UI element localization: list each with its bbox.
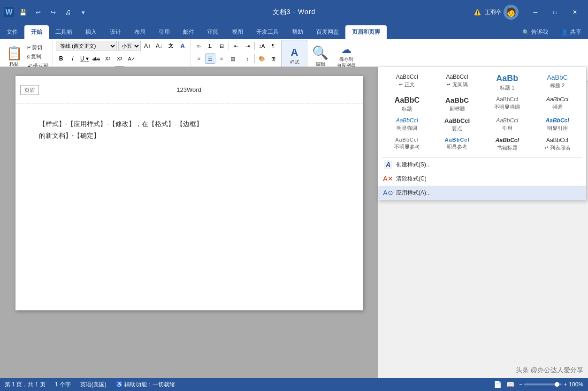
text-effect-btn[interactable]: A↗ <box>126 53 137 64</box>
tab-view[interactable]: 视图 <box>225 25 250 39</box>
cut-button[interactable]: ✂ 剪切 <box>25 44 50 52</box>
style-h1-name: 标题 1 <box>500 84 514 91</box>
share-btn[interactable]: 👤共享 <box>555 25 588 39</box>
style-title[interactable]: AaBbC 标题 <box>382 93 432 114</box>
page-container: 页眉 123Word 【样式】-【应用样式】-【修改】，在【格式】-【边框】 的… <box>15 76 363 310</box>
style-emphasis[interactable]: AaBbCcI 强调 <box>532 93 582 114</box>
font-name-select[interactable]: 等线 (西文正文) <box>56 41 117 51</box>
tab-tools[interactable]: 工具箱 <box>49 25 79 39</box>
undo-btn[interactable]: ↩ <box>32 6 44 18</box>
accessibility-icon: ♿ <box>116 381 123 388</box>
user-avatar: 🧑 <box>504 5 519 20</box>
multilevel-list-btn[interactable]: ⊟ <box>216 41 227 51</box>
font-size-select[interactable]: 小五 <box>118 41 141 51</box>
sort-btn[interactable]: ↕A <box>257 41 267 51</box>
increase-font-btn[interactable]: A↑ <box>142 41 153 51</box>
align-right-btn[interactable]: ≡ <box>216 53 227 64</box>
apply-styles-action[interactable]: A⊙ 应用样式(A)... <box>378 186 586 200</box>
create-style-action[interactable]: A 创建样式(S)... <box>378 158 586 172</box>
zoom-slider[interactable] <box>524 383 562 385</box>
line-spacing-btn[interactable]: ↕ <box>242 53 252 64</box>
shading-btn[interactable]: 🎨 <box>257 53 267 64</box>
numbered-list-btn[interactable]: 1. <box>205 41 215 51</box>
minimize-btn[interactable]: ─ <box>526 5 545 19</box>
more-btn[interactable]: ▾ <box>77 6 89 18</box>
style-no-spacing-name: ↵ 无间隔 <box>447 81 468 88</box>
tab-layout[interactable]: 布局 <box>128 25 152 39</box>
underline-button[interactable]: U ▾ <box>79 53 90 64</box>
style-list-para-name: ↵ 列表段落 <box>544 144 571 151</box>
style-subtle-ref[interactable]: AaBbCcI 不明显参考 <box>382 134 432 153</box>
tab-design[interactable]: 设计 <box>103 25 128 39</box>
wen-btn[interactable]: 文 <box>166 41 176 51</box>
justify-btn[interactable]: ▤ <box>228 53 238 64</box>
copy-icon: ⎘ <box>27 54 30 60</box>
subscript-button[interactable]: X2 <box>103 53 113 64</box>
zoom-in-btn[interactable]: + <box>564 381 567 388</box>
tab-insert[interactable]: 插入 <box>79 25 103 39</box>
style-book-title[interactable]: AaBbCcI 书籍标题 <box>482 134 533 153</box>
tab-header-footer[interactable]: 页眉和页脚 <box>345 25 387 39</box>
view-normal-btn[interactable]: 📄 <box>494 381 502 388</box>
tab-file[interactable]: 文件 <box>0 25 24 39</box>
style-subtle-em-name: 不明显强调 <box>494 104 520 111</box>
bullet-list-btn[interactable]: ≡· <box>194 41 204 51</box>
style-h1[interactable]: AaBb 标题 1 <box>482 71 533 93</box>
styles-label: 样式 <box>290 60 299 65</box>
view-read-btn[interactable]: 📖 <box>506 381 514 388</box>
page-body[interactable]: 【样式】-【应用样式】-【修改】，在【格式】-【边框】 的新文档】-【确定】 <box>15 104 363 156</box>
style-subtitle[interactable]: AaBbC 副标题 <box>432 93 482 114</box>
style-intense-ref[interactable]: AaBbCcI 明显参考 <box>432 134 482 153</box>
style-subtitle-name: 副标题 <box>450 105 465 112</box>
bold-button[interactable]: B <box>56 53 66 64</box>
style-quote[interactable]: AaBbCcI 引用 <box>482 114 533 134</box>
title-bar-right: ⚠️ 王羽卒 🧑 ─ □ ✕ <box>439 5 584 20</box>
tab-review[interactable]: 审阅 <box>201 25 225 39</box>
word-icon: W <box>4 7 14 17</box>
show-marks-btn[interactable]: ¶ <box>268 41 278 51</box>
style-h2[interactable]: AaBbC 标题 2 <box>532 71 582 93</box>
style-intense-em[interactable]: AaBbCcI 明显强调 <box>382 114 432 134</box>
user-area[interactable]: 王羽卒 🧑 <box>485 5 519 20</box>
redo-btn[interactable]: ↪ <box>47 6 59 18</box>
style-strong[interactable]: AaBbCcI 要点 <box>432 114 482 134</box>
tab-help[interactable]: 帮助 <box>285 25 310 39</box>
tab-mail[interactable]: 邮件 <box>176 25 201 39</box>
font-A-btn[interactable]: A <box>177 41 188 51</box>
tab-baidu[interactable]: 百度网盘 <box>310 25 345 39</box>
increase-indent-btn[interactable]: ⇥ <box>242 41 252 51</box>
style-intense-quote[interactable]: AaBbCcI 明显引用 <box>532 114 582 134</box>
decrease-font-btn[interactable]: A↓ <box>154 41 164 51</box>
style-subtle-em[interactable]: AaBbCcI 不明显强调 <box>482 93 533 114</box>
decrease-indent-btn[interactable]: ⇤ <box>231 41 241 51</box>
tab-references[interactable]: 引用 <box>152 25 176 39</box>
align-center-btn[interactable]: ☰ <box>205 53 215 64</box>
copy-button[interactable]: ⎘ 复制 <box>25 53 50 60</box>
style-emphasis-preview: AaBbCcI <box>546 96 568 103</box>
align-left-btn[interactable]: ≡ <box>194 53 204 64</box>
style-intense-quote-preview: AaBbCcI <box>546 117 569 124</box>
document-text[interactable]: 【样式】-【应用样式】-【修改】，在【格式】-【边框】 的新文档】-【确定】 <box>39 118 339 142</box>
style-no-spacing-preview: AaBbCcI <box>446 74 468 80</box>
style-normal-name: ↵ 正文 <box>399 81 415 88</box>
tab-developer[interactable]: 开发工具 <box>250 25 285 39</box>
italic-button[interactable]: I <box>68 53 78 64</box>
style-list-para[interactable]: AaBbCcI ↵ 列表段落 <box>532 134 582 153</box>
border-btn[interactable]: ⊞ <box>268 53 278 64</box>
print-btn[interactable]: 🖨 <box>62 6 74 18</box>
tab-home[interactable]: 开始 <box>24 25 49 39</box>
superscript-button[interactable]: X2 <box>115 53 125 64</box>
tell-me-btn[interactable]: 🔍告诉我 <box>516 25 555 39</box>
close-btn[interactable]: ✕ <box>565 5 584 19</box>
strikethrough-button[interactable]: abc <box>91 53 101 64</box>
header-label: 页眉 <box>20 85 39 95</box>
username: 王羽卒 <box>485 8 502 16</box>
zoom-out-btn[interactable]: − <box>519 381 522 388</box>
save-quick-btn[interactable]: 💾 <box>17 6 29 18</box>
style-no-spacing[interactable]: AaBbCcI ↵ 无间隔 <box>432 71 482 93</box>
style-normal[interactable]: AaBbCcI ↵ 正文 <box>382 71 432 93</box>
clear-format-action[interactable]: A✕ 清除格式(C) <box>378 172 586 186</box>
status-right: 📄 📖 − + 100% <box>494 381 583 388</box>
styles-dropdown: AaBbCcI ↵ 正文 AaBbCcI ↵ 无间隔 AaBb 标题 1 AaB… <box>378 67 587 200</box>
restore-btn[interactable]: □ <box>546 5 565 19</box>
